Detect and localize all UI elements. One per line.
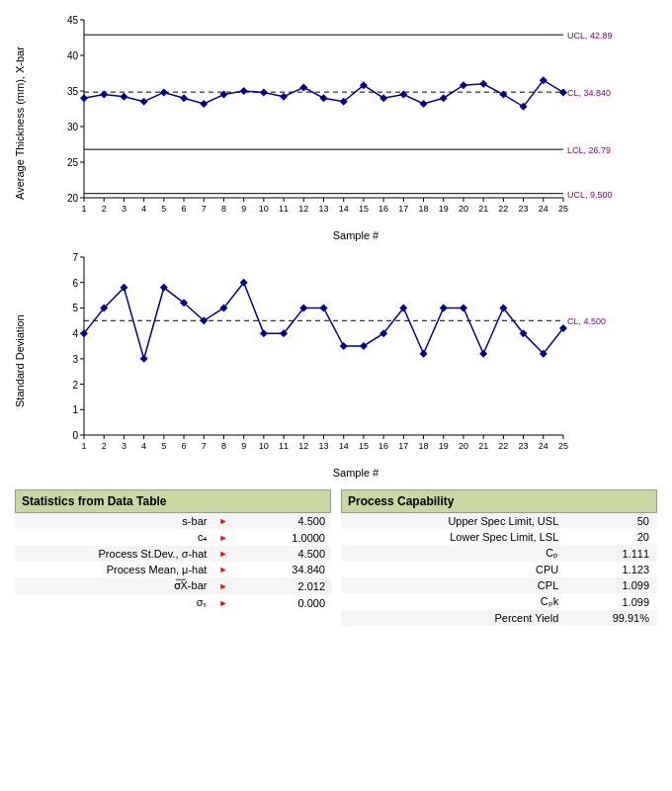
svg-marker-75 (180, 94, 188, 102)
svg-text:19: 19 (439, 441, 449, 451)
svg-text:12: 12 (298, 204, 308, 214)
svg-text:20: 20 (67, 193, 79, 204)
svg-text:9: 9 (241, 441, 246, 451)
svg-text:6: 6 (72, 278, 78, 289)
svg-marker-89 (460, 81, 467, 89)
svg-text:24: 24 (539, 204, 548, 214)
stats-left-row: σ͞X-bar ► 2.012 (15, 577, 331, 594)
svg-text:30: 30 (67, 122, 79, 132)
svg-text:16: 16 (378, 204, 388, 214)
svg-marker-73 (140, 98, 148, 106)
stats-right-row: Cₚ 1.111 (341, 545, 657, 562)
svg-text:11: 11 (279, 441, 289, 451)
svg-text:5: 5 (161, 204, 166, 214)
svg-text:22: 22 (498, 441, 508, 451)
svg-text:10: 10 (259, 204, 269, 214)
stat-label: Process St.Dev., σ-hat (15, 546, 212, 562)
stat-label: Percent Yield (341, 610, 564, 626)
stats-left-row: s-bar ► 4.500 (15, 513, 331, 529)
svg-text:14: 14 (339, 441, 349, 451)
stat-arrow: ► (212, 577, 233, 594)
stat-value: 1.123 (564, 562, 657, 577)
svg-text:21: 21 (478, 441, 488, 451)
stats-left-table: s-bar ► 4.500 c₄ ► 1.0000 Process St.Dev… (15, 513, 331, 611)
svg-text:23: 23 (519, 441, 529, 451)
svg-marker-170 (140, 355, 148, 363)
svg-text:5: 5 (72, 303, 78, 313)
svg-text:25: 25 (67, 157, 79, 168)
stats-right-header: Process Capability (341, 489, 657, 513)
svg-text:2: 2 (102, 441, 107, 451)
svg-text:11: 11 (279, 204, 289, 214)
s-x-axis-label: Sample # (49, 467, 662, 479)
stat-value: 50 (564, 513, 657, 529)
svg-text:3: 3 (122, 441, 126, 451)
s-chart-svg: 0123456712345678910111213141516171819202… (30, 247, 662, 465)
svg-text:2: 2 (102, 204, 107, 214)
stat-arrow: ► (212, 529, 233, 546)
stat-label: c₄ (15, 529, 212, 546)
svg-text:22: 22 (498, 204, 508, 214)
svg-marker-76 (200, 100, 208, 108)
svg-text:15: 15 (359, 441, 369, 451)
svg-text:CL, 4.500: CL, 4.500 (567, 316, 606, 326)
svg-marker-179 (320, 304, 328, 311)
stat-label: σ͞X-bar (15, 577, 212, 594)
stat-arrow: ► (212, 594, 233, 611)
svg-text:1: 1 (72, 404, 78, 415)
stat-label: Upper Spec Limit, USL (341, 513, 564, 529)
svg-text:20: 20 (459, 204, 468, 214)
svg-text:23: 23 (519, 204, 529, 214)
svg-text:17: 17 (398, 204, 408, 214)
svg-text:1: 1 (81, 204, 86, 214)
svg-text:4: 4 (141, 441, 146, 451)
svg-marker-186 (460, 304, 467, 311)
svg-text:7: 7 (72, 252, 78, 263)
svg-text:13: 13 (318, 441, 328, 451)
svg-text:7: 7 (202, 204, 207, 214)
svg-marker-85 (379, 94, 387, 102)
stat-label: s-bar (15, 513, 212, 529)
stats-left-row: c₄ ► 1.0000 (15, 529, 331, 546)
svg-text:UCL, 42.89: UCL, 42.89 (567, 31, 613, 41)
charts-container: Average Thickness (mm), X-bar 2025303540… (10, 10, 662, 475)
stat-value: 4.500 (233, 513, 331, 529)
stat-arrow: ► (212, 546, 233, 562)
stat-label: CPL (341, 577, 564, 593)
svg-marker-88 (440, 94, 448, 102)
svg-text:4: 4 (72, 328, 78, 339)
stats-left-row: Process St.Dev., σ-hat ► 4.500 (15, 546, 331, 562)
xbar-chart-wrapper: Average Thickness (mm), X-bar 2025303540… (10, 10, 662, 237)
stat-value: 1.099 (564, 593, 657, 610)
svg-marker-185 (440, 304, 448, 311)
svg-text:18: 18 (419, 204, 429, 214)
svg-marker-74 (160, 88, 168, 96)
stat-arrow: ► (212, 513, 233, 529)
svg-text:20: 20 (459, 441, 468, 451)
svg-text:3: 3 (122, 204, 126, 214)
svg-marker-79 (260, 88, 268, 96)
svg-text:3: 3 (72, 354, 78, 365)
stats-left-row: Process Mean, μ-hat ► 34.840 (15, 562, 331, 577)
stats-right-row: Lower Spec Limit, LSL 20 (341, 529, 657, 545)
svg-text:8: 8 (221, 204, 226, 214)
s-y-axis-label: Standard Deviation (10, 247, 30, 475)
svg-marker-94 (559, 88, 567, 96)
stats-left-wrapper: Statistics from Data Table s-bar ► 4.500… (15, 489, 331, 626)
svg-text:25: 25 (558, 441, 568, 451)
stats-right-table: Upper Spec Limit, USL 50 Lower Spec Limi… (341, 513, 657, 626)
svg-text:13: 13 (318, 204, 328, 214)
svg-marker-180 (340, 342, 348, 350)
svg-text:8: 8 (221, 441, 226, 451)
svg-marker-81 (299, 83, 307, 91)
stat-value: 1.0000 (233, 529, 331, 546)
svg-text:CL, 34.840: CL, 34.840 (567, 88, 611, 98)
stats-right-row: Percent Yield 99.91% (341, 610, 657, 626)
stat-label: Lower Spec Limit, LSL (341, 529, 564, 545)
svg-marker-90 (479, 80, 487, 88)
svg-text:UCL, 9.500: UCL, 9.500 (567, 190, 613, 200)
svg-text:9: 9 (241, 204, 246, 214)
svg-text:7: 7 (202, 441, 207, 451)
svg-text:19: 19 (439, 204, 449, 214)
svg-text:1: 1 (81, 441, 86, 451)
